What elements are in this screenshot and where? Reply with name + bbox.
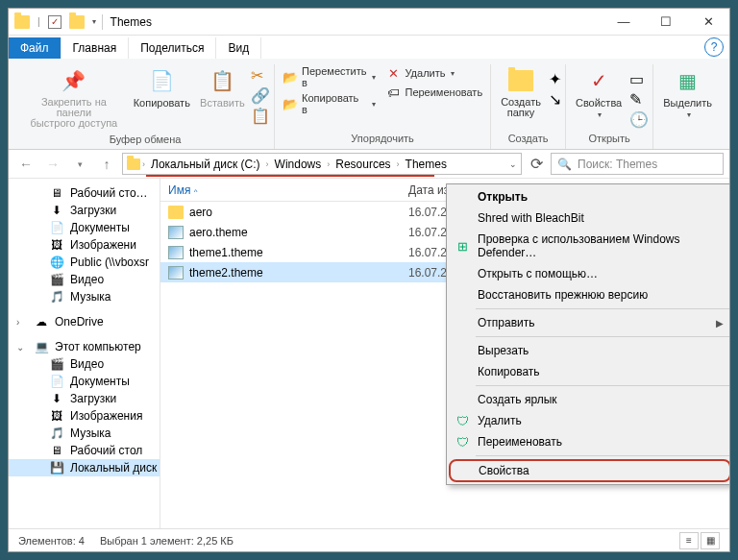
ctx-copy[interactable]: Копировать [449, 361, 729, 382]
col-name[interactable]: Имя ^ [160, 183, 401, 197]
tree-pic-icon: 🖼 [49, 409, 64, 423]
status-count: Элементов: 4 [18, 535, 85, 547]
back-button[interactable]: ← [14, 153, 37, 176]
refresh-button[interactable]: ⟳ [526, 154, 547, 175]
rename-icon: 🏷 [385, 85, 401, 100]
tree-item[interactable]: 🎵Музыка [9, 425, 160, 442]
tab-home[interactable]: Главная [62, 37, 130, 59]
ctx-sendto[interactable]: Отправить▶ [449, 312, 729, 333]
tab-view[interactable]: Вид [216, 37, 261, 59]
theme-icon [168, 246, 184, 259]
copy-icon: 📄 [147, 66, 176, 95]
ctx-delete[interactable]: 🛡Удалить [449, 410, 729, 431]
ctx-defender[interactable]: ⊞Проверка с использованием Windows Defen… [449, 229, 729, 263]
crumb-1[interactable]: Windows [271, 158, 326, 171]
new-item-icon[interactable]: ✦ [549, 70, 561, 88]
ctx-cut[interactable]: Вырезать [449, 340, 729, 361]
folder-icon [168, 206, 184, 219]
crumb-3[interactable]: Themes [402, 158, 451, 171]
ctx-rename-icon: 🛡 [455, 434, 470, 450]
tree-item[interactable]: 💾Локальный диск [9, 459, 160, 476]
tree-item[interactable]: 🖥Рабочий стол [9, 442, 160, 459]
move-to-button[interactable]: 📂Переместить в▾ [279, 64, 380, 89]
ctx-rename[interactable]: 🛡Переименовать [449, 431, 729, 452]
crumb-2[interactable]: Resources [332, 158, 394, 171]
select-group-label [686, 130, 689, 148]
tab-share[interactable]: Поделиться [129, 37, 216, 59]
pin-icon: 📌 [60, 66, 88, 95]
qat-dropdown-icon[interactable]: ▾ [92, 17, 96, 26]
properties-button[interactable]: ✓ Свойства▾ [570, 64, 627, 121]
ribbon-tabs: Файл Главная Поделиться Вид ? [9, 36, 729, 59]
ctx-shortcut[interactable]: Создать ярлык [449, 389, 729, 410]
copy-path-icon[interactable]: 🔗 [251, 86, 270, 105]
open-group-label: Открыть [588, 130, 629, 148]
tree-disk-icon: 💾 [49, 461, 64, 475]
new-folder-button[interactable]: Создать папку [495, 64, 547, 120]
search-input[interactable]: 🔍 Поиск: Themes [551, 153, 724, 175]
annotation-underline-1 [146, 175, 434, 177]
recent-dropdown[interactable]: ▾ [68, 153, 91, 176]
tree-item[interactable]: 🌐Public (\\vboxsr [9, 254, 160, 271]
up-button[interactable]: ↑ [95, 153, 118, 176]
crumb-0[interactable]: Локальный диск (C:) [147, 158, 264, 171]
easy-access-icon[interactable]: ↘ [549, 90, 561, 109]
nav-tree[interactable]: 🖥Рабочий сто…⬇Загрузки📄Документы🖼Изображ… [9, 179, 160, 528]
ctx-openwith[interactable]: Открыть с помощью… [449, 263, 729, 284]
tree-item[interactable]: 🖥Рабочий сто… [9, 184, 160, 202]
ctx-properties[interactable]: Свойства [449, 459, 729, 482]
tree-item[interactable]: 🖼Изображени [9, 236, 160, 254]
tree-item[interactable]: ›☁OneDrive [9, 313, 160, 330]
ribbon: 📌 Закрепить на панели быстрого доступа 📄… [9, 59, 729, 150]
tree-vid-icon: 🎬 [49, 273, 64, 286]
help-icon[interactable]: ? [704, 37, 724, 57]
title-bar: | ✓ ▾ Themes — ☐ ✕ [9, 9, 729, 36]
open-icon[interactable]: ▭ [629, 70, 649, 88]
tree-item[interactable]: 📄Документы [9, 373, 160, 390]
pin-quickaccess-button[interactable]: 📌 Закрепить на панели быстрого доступа [20, 64, 128, 131]
paste-icon: 📋 [208, 66, 236, 95]
tree-item[interactable]: 🖼Изображения [9, 407, 160, 425]
tab-file[interactable]: Файл [9, 37, 62, 59]
addr-dropdown-icon[interactable]: ⌄ [509, 159, 517, 169]
tree-item[interactable]: 📄Документы [9, 219, 160, 236]
window-title: Themes [111, 15, 152, 29]
tree-item[interactable]: ⬇Загрузки [9, 202, 160, 219]
tree-item[interactable]: 🎬Видео [9, 355, 160, 373]
minimize-button[interactable]: — [603, 9, 645, 36]
delete-button[interactable]: ✕Удалить▾ [381, 64, 486, 82]
history-icon[interactable]: 🕒 [629, 110, 649, 129]
address-bar[interactable]: › Локальный диск (C:)› Windows› Resource… [122, 153, 522, 175]
copy-button[interactable]: 📄 Копировать [130, 64, 194, 110]
addr-folder-icon [127, 158, 140, 170]
paste-shortcut-icon[interactable]: 📋 [251, 107, 270, 125]
paste-button[interactable]: 📋 Вставить [196, 64, 249, 110]
edit-icon[interactable]: ✎ [629, 90, 649, 109]
tree-pic-icon: 🖼 [49, 238, 64, 252]
tree-item[interactable]: ⌄💻Этот компьютер [9, 338, 160, 355]
tree-item[interactable]: 🎬Видео [9, 271, 160, 288]
tree-item[interactable]: ⬇Загрузки [9, 390, 160, 407]
view-icons-button[interactable]: ▦ [701, 532, 720, 549]
close-button[interactable]: ✕ [687, 9, 729, 36]
new-folder-icon [506, 66, 535, 95]
forward-button[interactable]: → [41, 153, 64, 176]
delete-icon: ✕ [385, 65, 401, 81]
qat-folder-icon[interactable] [69, 15, 85, 29]
ctx-restore[interactable]: Восстановить прежнюю версию [449, 284, 729, 305]
qat-properties-icon[interactable]: ✓ [48, 15, 62, 29]
select-button[interactable]: ▦ Выделить▾ [657, 64, 718, 121]
tree-down-icon: ⬇ [49, 392, 64, 405]
tree-item[interactable]: 🎵Музыка [9, 288, 160, 305]
tree-doc-icon: 📄 [49, 221, 64, 234]
tree-mus-icon: 🎵 [49, 290, 64, 304]
rename-button[interactable]: 🏷Переименовать [381, 84, 486, 101]
ctx-open[interactable]: Открыть [449, 186, 729, 207]
maximize-button[interactable]: ☐ [645, 9, 687, 36]
view-details-button[interactable]: ≡ [679, 532, 699, 549]
address-row: ← → ▾ ↑ › Локальный диск (C:)› Windows› … [9, 150, 729, 179]
copy-to-button[interactable]: 📂Копировать в▾ [279, 91, 380, 116]
status-selected: Выбран 1 элемент: 2,25 КБ [100, 535, 234, 547]
cut-icon[interactable]: ✂ [251, 66, 270, 85]
ctx-shred[interactable]: Shred with BleachBit [449, 207, 729, 229]
